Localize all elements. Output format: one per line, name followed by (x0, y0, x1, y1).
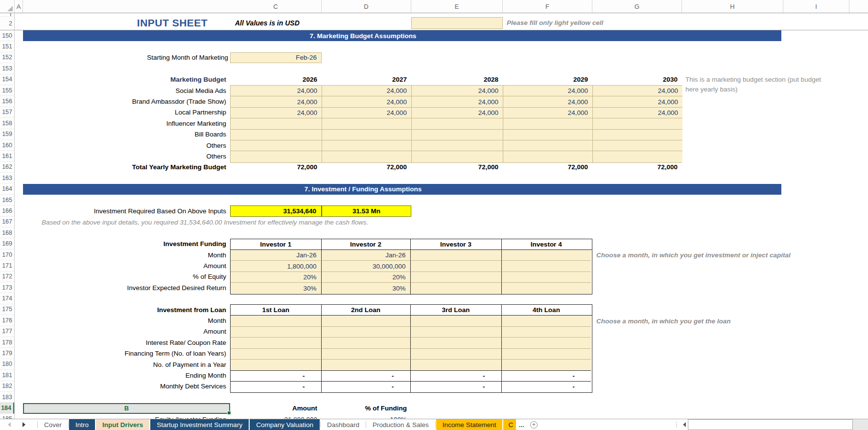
funding-input-cell[interactable] (502, 283, 591, 294)
marketing-input-cell[interactable] (593, 130, 682, 140)
loan-input-cell[interactable] (411, 327, 502, 338)
funding-input-cell[interactable]: 30,000,000 (322, 261, 411, 272)
row-header[interactable]: 156 (0, 96, 14, 107)
row-header[interactable]: 164 (0, 183, 14, 194)
marketing-input-cell[interactable] (412, 151, 503, 162)
row-header[interactable]: 176 (0, 315, 14, 326)
funding-input-cell[interactable]: Jan-26 (322, 250, 411, 261)
funding-input-cell[interactable] (411, 283, 502, 294)
marketing-input-cell[interactable] (503, 151, 593, 162)
marketing-input-cell[interactable] (593, 118, 682, 129)
loan-input-cell[interactable] (322, 316, 411, 326)
row-header[interactable]: 161 (0, 151, 14, 161)
marketing-input-cell[interactable]: 24,000 (322, 86, 412, 96)
starting-month-input[interactable]: Feb-26 (230, 52, 322, 63)
row-header[interactable]: 172 (0, 272, 14, 282)
column-header-c[interactable]: C (230, 0, 322, 13)
tab-intro[interactable]: Intro (69, 419, 95, 430)
marketing-input-cell[interactable] (503, 140, 593, 151)
tab-scroll-right-icon[interactable] (23, 422, 25, 427)
tab-scroll-left-icon[interactable] (8, 422, 11, 427)
marketing-input-cell[interactable] (593, 151, 682, 162)
row-header[interactable]: 182 (0, 381, 14, 392)
marketing-input-cell[interactable]: 24,000 (503, 108, 593, 118)
column-header-d[interactable]: D (322, 0, 411, 13)
funding-input-cell[interactable]: 20% (322, 272, 411, 283)
row-header[interactable]: 160 (0, 140, 14, 151)
column-header-g[interactable]: G (592, 0, 682, 13)
column-header-j-sliver[interactable] (849, 0, 868, 13)
new-sheet-icon[interactable]: + (530, 421, 538, 429)
funding-input-cell[interactable]: Jan-26 (231, 250, 322, 261)
loan-input-cell[interactable] (502, 338, 591, 348)
row-header[interactable]: 169 (0, 238, 14, 249)
loan-input-cell[interactable] (411, 349, 502, 360)
row-header[interactable]: 152 (0, 52, 14, 63)
row-header[interactable]: 174 (0, 293, 14, 304)
row-header[interactable]: 163 (0, 173, 14, 183)
horizontal-scrollbar[interactable] (688, 419, 868, 430)
loan-input-cell[interactable] (231, 327, 322, 338)
horizontal-scrollbar-thumb[interactable] (688, 419, 853, 430)
row-header[interactable]: 166 (0, 205, 14, 216)
loan-input-cell[interactable] (502, 349, 591, 360)
column-header-h[interactable]: H (682, 0, 783, 13)
funding-input-cell[interactable] (502, 272, 591, 283)
marketing-input-cell[interactable]: 24,000 (593, 96, 682, 107)
row-header[interactable]: 159 (0, 129, 14, 140)
column-header-e[interactable]: E (411, 0, 503, 13)
investment-required-amount[interactable]: 31,534,640 (230, 205, 322, 216)
marketing-input-cell[interactable] (231, 118, 322, 129)
row-header[interactable]: 158 (0, 118, 14, 129)
marketing-input-cell[interactable] (412, 140, 503, 151)
loan-input-cell[interactable] (322, 338, 411, 348)
row-header[interactable]: 155 (0, 85, 14, 96)
loan-input-cell[interactable] (502, 360, 591, 370)
marketing-input-cell[interactable]: 24,000 (593, 86, 682, 96)
loan-input-cell[interactable] (231, 360, 322, 370)
marketing-input-cell[interactable]: 24,000 (412, 108, 503, 118)
marketing-input-cell[interactable] (322, 118, 412, 129)
marketing-input-cell[interactable] (322, 130, 412, 140)
funding-input-cell[interactable]: 30% (231, 283, 322, 294)
loan-input-cell[interactable] (231, 316, 322, 326)
loan-input-cell[interactable] (322, 327, 411, 338)
marketing-input-cell[interactable]: 24,000 (412, 96, 503, 107)
marketing-input-cell[interactable]: 24,000 (593, 108, 682, 118)
funding-input-cell[interactable] (411, 250, 502, 261)
funding-input-cell[interactable] (411, 272, 502, 283)
marketing-input-cell[interactable]: 24,000 (322, 96, 412, 107)
tab-startup-investment-summary[interactable]: Startup Investment Summary (150, 419, 249, 430)
row-header[interactable]: 168 (0, 227, 14, 238)
marketing-input-cell[interactable] (412, 130, 503, 140)
funding-input-cell[interactable] (411, 261, 502, 272)
row-header[interactable]: 154 (0, 74, 14, 85)
tab-dashboard[interactable]: Dashboard (321, 419, 366, 430)
tab-overflow-indicator[interactable]: ... (516, 419, 526, 430)
row-header[interactable]: 167 (0, 217, 14, 227)
marketing-input-cell[interactable]: 24,000 (503, 96, 593, 107)
tab-partial[interactable]: C (503, 419, 516, 430)
marketing-input-cell[interactable]: 24,000 (231, 86, 322, 96)
marketing-input-cell[interactable] (231, 140, 322, 151)
tab-input-drivers[interactable]: Input Drivers (96, 419, 149, 430)
loan-input-cell[interactable] (322, 360, 411, 370)
row-header[interactable]: 184 (0, 403, 14, 413)
row-header[interactable]: 181 (0, 370, 14, 381)
marketing-input-cell[interactable] (412, 118, 503, 129)
row-header[interactable]: 151 (0, 41, 14, 52)
row-header[interactable]: 153 (0, 63, 14, 74)
row-header[interactable]: 183 (0, 392, 14, 403)
row-header[interactable]: 177 (0, 326, 14, 337)
row-header[interactable]: 179 (0, 348, 14, 359)
row-header[interactable]: 165 (0, 195, 14, 205)
funding-input-cell[interactable]: 30% (322, 283, 411, 294)
marketing-input-cell[interactable] (322, 140, 412, 151)
marketing-input-cell[interactable] (231, 151, 322, 162)
column-header-a[interactable]: A (15, 0, 23, 13)
select-all-corner[interactable] (0, 0, 15, 13)
marketing-input-cell[interactable] (503, 130, 593, 140)
loan-input-cell[interactable] (502, 316, 591, 326)
marketing-input-cell[interactable] (593, 140, 682, 151)
row-header[interactable]: 162 (0, 162, 14, 173)
